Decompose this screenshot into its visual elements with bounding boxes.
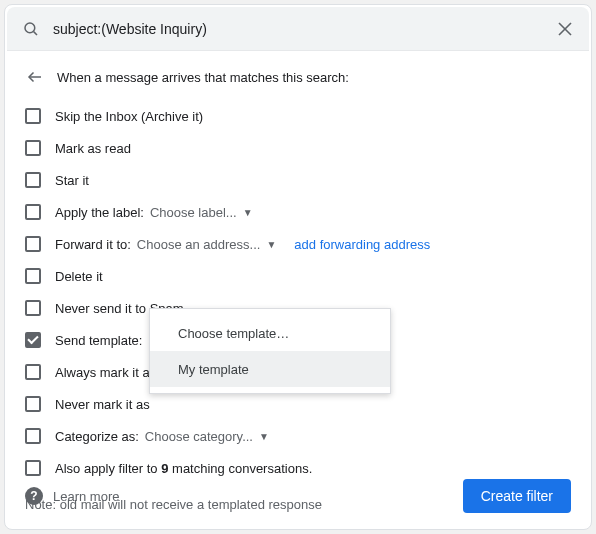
checkbox-always-important[interactable] <box>25 364 41 380</box>
checkbox-never-spam[interactable] <box>25 300 41 316</box>
menu-item-my-template[interactable]: My template <box>150 351 390 387</box>
also-apply-pre: Also apply filter to <box>55 461 161 476</box>
checkbox-mark-read[interactable] <box>25 140 41 156</box>
label-forward: Forward it to: <box>55 237 131 252</box>
also-apply-post: matching conversations. <box>168 461 312 476</box>
menu-item-choose-template[interactable]: Choose template… <box>150 315 390 351</box>
svg-line-1 <box>34 31 37 34</box>
label-star: Star it <box>55 173 89 188</box>
label-categorize: Categorize as: <box>55 429 139 444</box>
dropdown-categorize-text: Choose category... <box>145 429 253 444</box>
filter-header-text: When a message arrives that matches this… <box>57 70 349 85</box>
add-forwarding-link[interactable]: add forwarding address <box>294 237 430 252</box>
label-always-important: Always mark it a <box>55 365 150 380</box>
checkbox-send-template[interactable] <box>25 332 41 348</box>
label-skip-inbox: Skip the Inbox (Archive it) <box>55 109 203 124</box>
option-delete: Delete it <box>25 261 571 291</box>
checkbox-skip-inbox[interactable] <box>25 108 41 124</box>
template-menu: Choose template… My template <box>149 308 391 394</box>
help-icon[interactable]: ? <box>25 487 43 505</box>
checkbox-also-apply[interactable] <box>25 460 41 476</box>
label-also-apply: Also apply filter to 9 matching conversa… <box>55 461 312 476</box>
search-icon <box>21 19 41 39</box>
dropdown-categorize[interactable]: Choose category... ▼ <box>145 429 269 444</box>
checkbox-delete[interactable] <box>25 268 41 284</box>
checkbox-never-important[interactable] <box>25 396 41 412</box>
back-icon[interactable] <box>25 67 45 87</box>
dropdown-forward-text: Choose an address... <box>137 237 261 252</box>
dropdown-forward[interactable]: Choose an address... ▼ <box>137 237 276 252</box>
dropdown-apply-label[interactable]: Choose label... ▼ <box>150 205 253 220</box>
search-bar: subject:(Website Inquiry) <box>7 7 589 51</box>
label-apply-label: Apply the label: <box>55 205 144 220</box>
learn-more-link[interactable]: Learn more <box>53 489 119 504</box>
label-delete: Delete it <box>55 269 103 284</box>
create-filter-button[interactable]: Create filter <box>463 479 571 513</box>
svg-point-0 <box>25 23 35 33</box>
checkbox-categorize[interactable] <box>25 428 41 444</box>
label-send-template: Send template: <box>55 333 142 348</box>
label-mark-read: Mark as read <box>55 141 131 156</box>
option-mark-read: Mark as read <box>25 133 571 163</box>
option-star: Star it <box>25 165 571 195</box>
option-apply-label: Apply the label: Choose label... ▼ <box>25 197 571 227</box>
option-skip-inbox: Skip the Inbox (Archive it) <box>25 101 571 131</box>
caret-down-icon: ▼ <box>266 239 276 250</box>
search-query[interactable]: subject:(Website Inquiry) <box>53 21 547 37</box>
option-forward: Forward it to: Choose an address... ▼ ad… <box>25 229 571 259</box>
checkbox-star[interactable] <box>25 172 41 188</box>
checkbox-apply-label[interactable] <box>25 204 41 220</box>
label-never-important: Never mark it as <box>55 397 150 412</box>
caret-down-icon: ▼ <box>243 207 253 218</box>
close-icon[interactable] <box>547 11 583 47</box>
checkbox-forward[interactable] <box>25 236 41 252</box>
option-categorize: Categorize as: Choose category... ▼ <box>25 421 571 451</box>
dropdown-apply-label-text: Choose label... <box>150 205 237 220</box>
caret-down-icon: ▼ <box>259 431 269 442</box>
